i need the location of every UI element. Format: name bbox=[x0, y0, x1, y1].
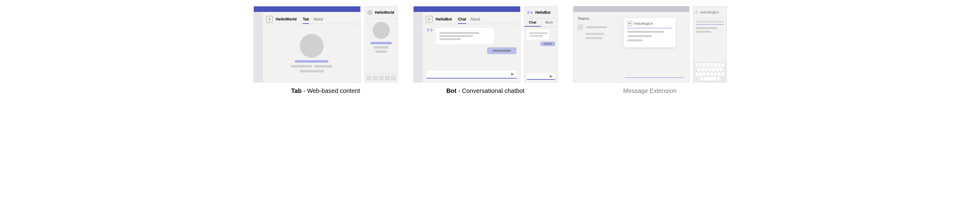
compose-box[interactable] bbox=[527, 74, 555, 80]
placeholder-line bbox=[585, 37, 603, 39]
tab-about[interactable]: About bbox=[471, 17, 480, 24]
mex-mobile-window: HelloMsgExt bbox=[693, 6, 727, 82]
app-rail[interactable] bbox=[414, 12, 423, 82]
sidebar-title: Teams bbox=[578, 16, 615, 21]
tab-header: HelloWorld Tab About bbox=[263, 12, 360, 24]
tab-body bbox=[263, 24, 360, 82]
nav-item[interactable] bbox=[385, 76, 390, 80]
placeholder-line bbox=[696, 27, 718, 29]
titlebar bbox=[414, 6, 520, 12]
keyboard[interactable] bbox=[694, 62, 727, 82]
group-mex: Teams HelloMsgExt bbox=[573, 6, 727, 94]
sidebar-item[interactable] bbox=[578, 24, 615, 30]
placeholder-line bbox=[375, 51, 387, 53]
nav-item[interactable] bbox=[391, 76, 396, 80]
app-icon bbox=[266, 16, 273, 22]
svg-point-0 bbox=[429, 30, 430, 30]
tab-about[interactable]: About bbox=[313, 17, 323, 24]
mobile-tab-chat[interactable]: Chat bbox=[525, 19, 541, 27]
mex-desktop-window: Teams HelloMsgExt bbox=[573, 6, 689, 82]
placeholder-line bbox=[585, 26, 607, 28]
placeholder-line bbox=[291, 65, 312, 68]
bot-desktop-window: HelloBot Chat About bbox=[413, 6, 520, 82]
group-tab: HelloWorld Tab About bbox=[253, 6, 398, 94]
bot-mobile-window: HelloBot Chat More bbox=[524, 6, 558, 82]
team-avatar-icon bbox=[578, 24, 583, 30]
nav-item[interactable] bbox=[372, 76, 377, 80]
svg-point-1 bbox=[430, 30, 430, 30]
titlebar bbox=[573, 6, 689, 12]
bot-message bbox=[436, 28, 494, 44]
app-icon bbox=[627, 21, 632, 26]
bot-message bbox=[527, 29, 550, 40]
mobile-header: HelloWorld bbox=[364, 6, 398, 19]
bot-icon bbox=[426, 28, 433, 32]
app-title: HelloWorld bbox=[276, 17, 297, 21]
tab-chat[interactable]: Chat bbox=[458, 17, 466, 24]
back-icon[interactable] bbox=[695, 10, 698, 14]
placeholder-line bbox=[314, 65, 332, 68]
caption-tab: Tab - Web-based content bbox=[291, 87, 360, 94]
placeholder-line bbox=[299, 70, 324, 73]
mobile-title: HelloBot bbox=[536, 10, 550, 15]
app-title: HelloBot bbox=[436, 17, 452, 21]
caption-mex: Message Extension bbox=[623, 87, 676, 94]
card-title: HelloMsgExt bbox=[634, 22, 653, 25]
tab-desktop-window: HelloWorld Tab About bbox=[253, 6, 361, 82]
user-message bbox=[540, 41, 555, 46]
mobile-header: HelloMsgExt bbox=[694, 6, 727, 18]
mobile-tab-more[interactable]: More bbox=[541, 19, 557, 27]
send-icon[interactable] bbox=[511, 73, 514, 76]
compose-box[interactable] bbox=[625, 77, 684, 78]
chat-pane: HelloMsgExt bbox=[619, 12, 689, 82]
tab-mobile-window: HelloWorld bbox=[364, 6, 398, 82]
send-icon[interactable] bbox=[550, 75, 553, 78]
tab-tab[interactable]: Tab bbox=[303, 17, 309, 24]
app-rail[interactable] bbox=[254, 12, 263, 82]
placeholder-line bbox=[374, 46, 389, 49]
group-bot: HelloBot Chat About bbox=[413, 6, 558, 94]
svg-point-3 bbox=[530, 12, 531, 13]
underline bbox=[696, 24, 724, 25]
mobile-title: HelloMsgExt bbox=[700, 10, 719, 14]
placeholder-line bbox=[585, 33, 604, 35]
app-icon bbox=[426, 16, 433, 22]
mobile-title: HelloWorld bbox=[375, 10, 395, 15]
nav-item[interactable] bbox=[379, 76, 383, 80]
caption-bot: Bot - Conversational chatbot bbox=[446, 87, 525, 94]
avatar-placeholder bbox=[300, 34, 324, 58]
search-input[interactable] bbox=[696, 21, 724, 23]
placeholder-line bbox=[371, 42, 392, 44]
titlebar bbox=[254, 6, 360, 12]
extension-card[interactable]: HelloMsgExt bbox=[624, 18, 676, 48]
avatar-icon bbox=[367, 10, 372, 15]
placeholder-line bbox=[696, 31, 711, 33]
teams-sidebar: Teams bbox=[573, 12, 619, 82]
placeholder-line bbox=[295, 60, 328, 63]
compose-box[interactable] bbox=[426, 71, 517, 79]
bot-header: HelloBot Chat About bbox=[423, 12, 520, 24]
nav-item[interactable] bbox=[366, 76, 371, 80]
bot-icon bbox=[527, 10, 533, 15]
user-message bbox=[487, 48, 517, 54]
avatar-placeholder bbox=[372, 22, 390, 39]
mobile-header: HelloBot bbox=[525, 6, 557, 19]
svg-point-2 bbox=[529, 12, 530, 13]
bottom-nav[interactable] bbox=[364, 73, 398, 82]
